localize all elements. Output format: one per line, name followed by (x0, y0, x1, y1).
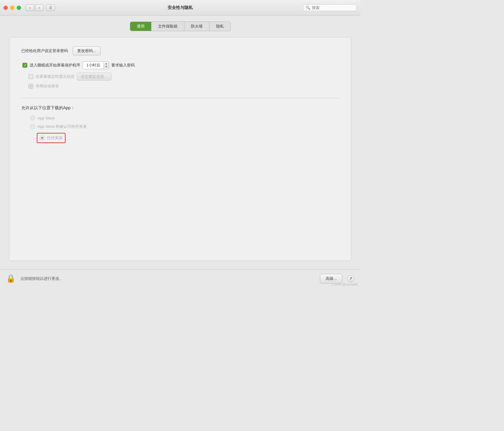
tab-privacy[interactable]: 隐私 (210, 22, 230, 31)
close-button[interactable] (4, 6, 8, 10)
lock-text: 点按锁按钮以进行更改。 (20, 276, 315, 281)
downloads-label: 允许从以下位置下载的App： (21, 105, 339, 111)
radio-appstore-label: App Store (37, 116, 55, 120)
tabs: 通用 文件保险箱 防火墙 隐私 (130, 22, 231, 31)
sleep-row: 进入睡眠或开始屏幕保护程序 1小时后 ▲ ▼ 要求输入密码 (21, 61, 339, 69)
lock-screen-row: 在屏幕锁定时显示信息 设定锁定信息... (21, 73, 339, 81)
help-button[interactable]: ? (347, 275, 354, 282)
password-label: 已经给此用户设定登录密码 (21, 48, 68, 54)
tab-firewall[interactable]: 防火墙 (184, 22, 210, 31)
change-password-button[interactable]: 更改密码... (73, 46, 101, 55)
window-title: 安全性与隐私 (168, 5, 193, 10)
search-icon: 🔍 (306, 5, 310, 10)
radio-appstore[interactable] (30, 116, 35, 120)
watermark: CSDN @senda66 (332, 283, 358, 286)
radio-row-appstore: App Store (21, 116, 339, 120)
traffic-lights (4, 6, 21, 10)
tabs-container: 通用 文件保险箱 防火墙 隐私 (9, 22, 351, 31)
tab-filevault[interactable]: 文件保险箱 (151, 22, 184, 31)
radio-anysource[interactable] (40, 136, 45, 140)
lock-info-button[interactable]: 设定锁定信息... (77, 73, 111, 81)
radio-appstore-dev-label: App Store 和被认可的开发者 (37, 124, 87, 129)
back-button[interactable]: ‹ (26, 4, 34, 11)
grid-button[interactable]: ⠿ (46, 4, 55, 11)
nav-buttons: ‹ › (26, 4, 44, 11)
require-password-label: 要求输入密码 (111, 63, 135, 68)
sleep-duration-value: 1小时后 (83, 62, 104, 69)
title-bar: ‹ › ⠿ 安全性与隐私 🔍 (0, 0, 360, 16)
stepper-down-arrow[interactable]: ▼ (105, 65, 107, 68)
maximize-button[interactable] (17, 6, 21, 10)
stepper-arrows[interactable]: ▲ ▼ (104, 62, 109, 68)
radio-appstore-dev[interactable] (30, 124, 35, 129)
section-divider (21, 98, 339, 98)
sleep-checkbox[interactable] (22, 63, 27, 68)
main-content: 通用 文件保险箱 防火墙 隐私 已经给此用户设定登录密码 更改密码... 进入睡… (0, 16, 360, 269)
advanced-button[interactable]: 高级... (320, 274, 342, 283)
lock-screen-checkbox[interactable] (28, 74, 33, 79)
radio-row-anysource-highlighted: 任何来源 (37, 133, 66, 143)
minimize-button[interactable] (10, 6, 14, 10)
auto-login-label: 停用自动登录 (36, 84, 59, 89)
radio-anysource-label: 任何来源 (47, 135, 63, 141)
password-section: 已经给此用户设定登录密码 更改密码... (21, 46, 339, 55)
forward-button[interactable]: › (35, 4, 44, 11)
bottom-bar: 🔒 点按锁按钮以进行更改。 高级... ? (0, 269, 360, 287)
search-box[interactable]: 🔍 (303, 4, 357, 11)
search-input[interactable] (312, 5, 354, 10)
lock-icon: 🔒 (6, 274, 16, 283)
auto-login-row: 停用自动登录 (21, 84, 339, 89)
auto-login-checkbox[interactable] (28, 84, 33, 89)
tab-general[interactable]: 通用 (130, 22, 151, 31)
sleep-duration-stepper[interactable]: 1小时后 ▲ ▼ (83, 61, 109, 69)
sleep-label: 进入睡眠或开始屏幕保护程序 (30, 63, 80, 68)
radio-row-appstore-dev: App Store 和被认可的开发者 (21, 124, 339, 129)
settings-panel: 已经给此用户设定登录密码 更改密码... 进入睡眠或开始屏幕保护程序 1小时后 … (9, 37, 351, 261)
lock-screen-label: 在屏幕锁定时显示信息 (36, 74, 75, 79)
stepper-up-arrow[interactable]: ▲ (105, 62, 107, 65)
